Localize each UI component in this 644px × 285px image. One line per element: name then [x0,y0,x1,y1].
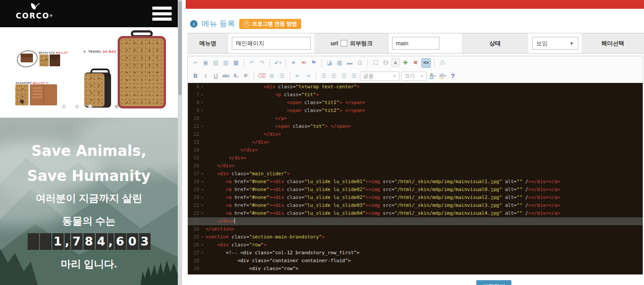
fold-arrow-icon[interactable]: ▾ [199,186,205,194]
fold-arrow-icon[interactable]: ▾ [199,249,205,257]
special-char-icon[interactable]: Ω [356,59,364,67]
fold-arrow-icon[interactable]: ▾ [199,209,205,217]
outdent-icon[interactable]: ⇤ [294,72,302,80]
about-icon[interactable]: ? [449,72,457,80]
fold-arrow-icon[interactable]: ▾ [199,99,205,107]
code-line-6[interactable]: 6▾ <div class="txtwrap text-center"> [188,83,643,91]
size-select-label: 크기 [404,72,415,80]
align-center-icon[interactable]: ☰ [330,72,338,80]
slider-dot-4[interactable] [115,105,119,108]
code-line-18[interactable]: 18▾ <a href="#none"><div class="lu_slide… [188,178,643,186]
menu-name-input[interactable] [232,37,311,50]
print-icon[interactable]: ⎙ [438,59,446,67]
fold-arrow-icon[interactable]: ▾ [199,170,205,178]
code-line-24[interactable]: 24</section> [188,225,643,233]
unlink-icon[interactable]: ⚮ [299,59,308,67]
bulleted-list-icon[interactable]: ☰ [278,72,286,80]
corco-logo[interactable]: CORCO® [15,3,54,20]
code-line-21[interactable]: 21▾ <a href="#none"><div class="lu_slide… [188,202,643,209]
fold-arrow-icon[interactable]: ▾ [199,202,205,209]
paste-word-icon[interactable]: ▦ [232,59,240,67]
align-justify-icon[interactable]: ☰ [350,72,358,80]
image-icon[interactable]: ◪ [325,59,334,67]
font-select-dropdown[interactable]: 글꼴▼ [360,72,399,81]
fold-arrow-icon[interactable]: ▾ [199,178,205,186]
subscript-icon[interactable]: X₂ [232,72,240,80]
fold-arrow-icon[interactable]: ▾ [199,194,205,202]
html-source-editor: ✂▣▤▧▦↶↷✓▾⚭⚮⚑◪▦▬Ω⛶⚇A✚✖<>⎙ BIUabcX₂X²⌫≣☰⇤⇥… [187,56,643,274]
strikethrough-icon[interactable]: abc [222,72,230,80]
underline-icon[interactable]: U [212,72,220,80]
source-code-area[interactable]: 6▾ <div class="txtwrap text-center">7▾ <… [188,83,643,274]
horizontal-line-icon[interactable]: ▬ [345,59,354,67]
slider-dot-3[interactable] [88,105,92,108]
slider-dot-1[interactable] [62,105,66,108]
superscript-icon[interactable]: X² [242,72,250,80]
bg-color-icon[interactable]: ab▾ [439,72,447,80]
indent-icon[interactable]: ⇥ [304,72,312,80]
code-line-19[interactable]: 19▾ <a href="#none"><div class="lu_slide… [188,186,643,194]
link-icon[interactable]: ⚭ [289,59,298,67]
hamburger-menu-icon[interactable] [152,7,172,21]
code-line-8[interactable]: 8▾ <span class="tit1"> </span> [188,99,643,107]
fold-arrow-icon[interactable]: ▾ [199,83,205,91]
align-right-icon[interactable]: ☰ [340,72,348,80]
code-line-23[interactable]: 23 </div> [188,217,643,225]
code-line-9[interactable]: 9▾ <span class="tit2"> </span> [188,107,643,115]
code-line-28[interactable]: 28 <div class="container container-fluid… [188,257,643,265]
url-input[interactable] [392,37,439,50]
slider-dot-2[interactable] [75,105,79,108]
code-line-13[interactable]: 13 </div> [188,138,643,146]
paste-icon[interactable]: ▤ [212,59,220,67]
code-line-25[interactable]: 25▾<section class="section-main-brandsto… [188,233,643,241]
code-line-26[interactable]: 26▾ <div class="row"> [188,241,643,249]
paste-text-icon[interactable]: ▧ [222,59,230,67]
copy-icon[interactable]: ▣ [201,59,210,67]
code-line-15[interactable]: 15 </div> [188,154,643,162]
product-slider: NECKLACE WALLET PASSPORT WALLET /Y ✈ TRA… [0,27,178,118]
source-icon[interactable]: <> [421,58,431,68]
find-replace-icon[interactable]: ⚇ [381,59,390,67]
code-line-22[interactable]: 22▾ <a href="#none"><div class="lu_slide… [188,209,643,217]
code-line-10[interactable]: 10 </p> [188,115,643,123]
redo-icon[interactable]: ↷ [258,59,266,67]
fold-arrow-icon[interactable]: ▾ [199,91,205,99]
fold-arrow-icon[interactable]: ▾ [199,233,205,241]
save-button[interactable]: 저장하기 [476,280,511,285]
code-line-7[interactable]: 7▾ <p class="tit"> [188,91,643,99]
necklace-wallet-label: NECKLACE WALLET [39,51,68,54]
numbered-list-icon[interactable]: ≣ [268,72,276,80]
code-line-11[interactable]: 11▾ <span class="txt"> </span> [188,123,643,130]
undo-icon[interactable]: ↶ [248,59,256,67]
tag-remove-icon[interactable]: ✖ [411,59,420,67]
cut-icon[interactable]: ✂ [191,59,200,67]
fold-arrow-icon[interactable]: ▾ [199,241,205,249]
select-all-icon[interactable]: A [392,59,399,67]
table-icon[interactable]: ▦ [335,59,344,67]
code-line-27[interactable]: 27▾ <!-- <div class="col-12 brandstory_r… [188,249,643,257]
scrollbar-thumb[interactable] [178,1,182,95]
preview-scrollbar[interactable] [178,0,182,285]
status-select[interactable]: 보임 ▼ [532,37,578,50]
code-line-14[interactable]: 14 </div> [188,146,643,154]
code-line-30[interactable]: 30 <div class="col12 brandstory_txt thum… [188,273,643,274]
program-link-help-button[interactable]: ? 프로그램 연동 방법 [239,19,301,29]
align-left-icon[interactable]: ☰ [320,72,328,80]
tag-add-icon[interactable]: ✚ [401,59,410,67]
anchor-flag-icon[interactable]: ⚑ [309,59,318,67]
code-line-16[interactable]: 16 </div> [188,162,643,170]
remove-format-icon[interactable]: ⌫ [258,72,266,80]
fold-arrow-icon[interactable]: ▾ [199,107,205,115]
text-color-icon[interactable]: A▾ [428,72,437,80]
code-line-12[interactable]: 12 </div> [188,130,643,138]
code-line-29[interactable]: 29 <div class="row"> [188,265,643,273]
size-select-dropdown[interactable]: 크기▼ [401,72,427,81]
italic-icon[interactable]: I [201,72,210,80]
spellcheck-icon[interactable]: ✓▾ [273,59,282,67]
bold-icon[interactable]: B [191,72,200,80]
maximize-icon[interactable]: ⛶ [371,59,380,67]
code-line-17[interactable]: 17▾ <div class="main_slider"> [188,170,643,178]
fold-arrow-icon[interactable]: ▾ [199,123,205,130]
external-link-checkbox[interactable] [341,40,347,47]
code-line-20[interactable]: 20▾ <a href="#none"><div class="lu_slide… [188,194,643,202]
